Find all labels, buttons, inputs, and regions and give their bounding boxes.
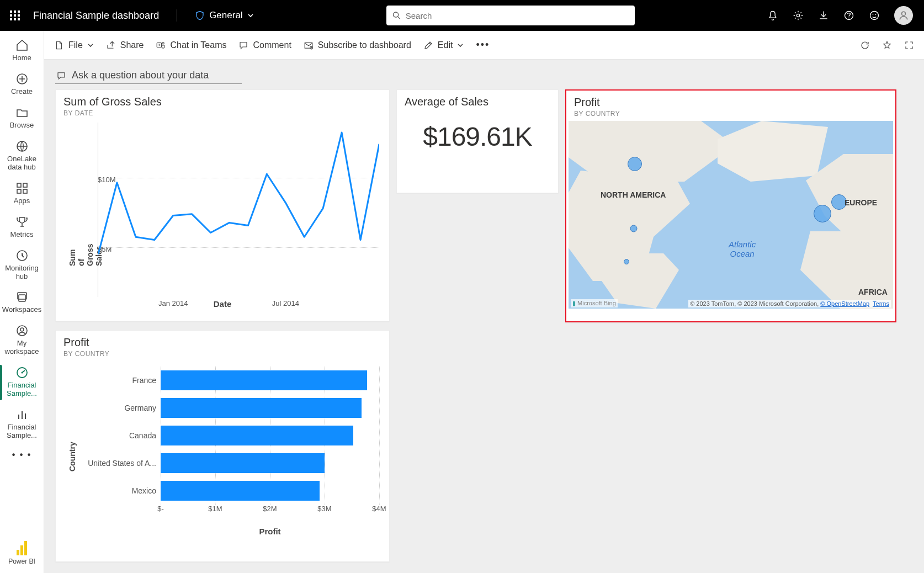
x-tick: $1M — [208, 505, 222, 513]
nav-footer-label: Power BI — [8, 558, 35, 565]
nav-monitoring[interactable]: Monitoring hub — [0, 245, 44, 286]
nav-label: Browse — [10, 121, 34, 130]
nav-financial-sample-2[interactable]: Financial Sample... — [0, 404, 44, 445]
nav-label: Financial Sample... — [2, 381, 41, 398]
x-tick: $3M — [317, 505, 331, 513]
tile-title: Sum of Gross Sales — [63, 96, 381, 108]
app-launcher-icon[interactable] — [10, 10, 20, 20]
comment-icon — [238, 40, 248, 50]
monitor-icon — [15, 249, 29, 262]
map-label-af: AFRICA — [858, 288, 888, 296]
map-bubble-mexico[interactable] — [624, 259, 629, 264]
refresh-icon[interactable] — [860, 40, 870, 50]
dashboard-title: Financial Sample dashboard — [33, 10, 159, 22]
chat-teams-button[interactable]: Chat in Teams — [156, 40, 226, 50]
nav-workspaces[interactable]: Workspaces — [0, 286, 44, 320]
nav-more[interactable]: • • • — [8, 445, 36, 464]
terms-link[interactable]: Terms — [873, 300, 889, 307]
nav-my-workspace[interactable]: My workspace — [0, 320, 44, 362]
bar[interactable] — [161, 453, 325, 473]
svg-rect-11 — [17, 183, 21, 187]
download-icon[interactable] — [818, 10, 829, 21]
tile-profit-bar[interactable]: Profit BY COUNTRY Country FranceGermanyC… — [55, 330, 390, 562]
search-box[interactable] — [386, 6, 635, 25]
map-label-eu: EUROPE — [845, 198, 877, 207]
nav-apps[interactable]: Apps — [0, 177, 44, 211]
nav-metrics[interactable]: Metrics — [0, 211, 44, 245]
qna-placeholder: Ask a question about your data — [72, 70, 209, 81]
bar[interactable] — [161, 398, 362, 418]
x-axis-label: Profit — [161, 516, 379, 536]
chevron-down-icon — [457, 42, 464, 49]
map-bubble-germany[interactable] — [814, 205, 831, 222]
comment-icon — [56, 71, 66, 81]
header-search — [386, 6, 635, 25]
svg-rect-17 — [19, 295, 25, 301]
help-icon[interactable] — [843, 10, 854, 21]
edit-menu[interactable]: Edit — [423, 40, 464, 50]
bar-chart: FranceGermanyCanadaUnited States of A...… — [72, 367, 379, 536]
bar-row: France — [72, 367, 379, 394]
mail-icon — [304, 40, 314, 50]
share-button[interactable]: Share — [106, 40, 144, 50]
workspaces-icon — [15, 290, 29, 304]
qna-input[interactable]: Ask a question about your data — [55, 68, 242, 84]
tile-profit-map[interactable]: Profit BY COUNTRY — [565, 89, 896, 322]
comment-button[interactable]: Comment — [238, 40, 291, 50]
svg-point-23 — [162, 42, 164, 44]
qna-row: Ask a question about your data — [55, 60, 917, 89]
settings-icon[interactable] — [793, 10, 804, 21]
svg-rect-14 — [23, 189, 27, 193]
tb-label: Subscribe to dashboard — [318, 40, 411, 50]
bar[interactable] — [161, 370, 367, 390]
feedback-icon[interactable] — [869, 10, 880, 21]
svg-point-19 — [20, 328, 24, 331]
line-chart: Jan 2014 Jul 2014 — [98, 123, 379, 297]
kpi-value: $169.61K — [397, 112, 558, 152]
gauge-icon — [15, 366, 29, 379]
map-bubble-canada[interactable] — [628, 157, 642, 171]
dashboard-canvas: Ask a question about your data Sum of Gr… — [44, 60, 924, 573]
more-options[interactable]: ••• — [476, 39, 490, 51]
teams-icon — [156, 40, 166, 50]
map-visual[interactable]: NORTH AMERICA EUROPE AFRICA Atlantic Oce… — [569, 121, 893, 309]
tile-gross-sales[interactable]: Sum of Gross Sales BY DATE Sum of Gross … — [55, 89, 390, 321]
bar[interactable] — [161, 426, 353, 445]
x-tick: $4M — [372, 505, 386, 513]
map-bubble-usa[interactable] — [630, 225, 638, 232]
folder-icon — [15, 106, 29, 119]
powerbi-logo-icon — [17, 541, 28, 555]
bar[interactable] — [161, 481, 320, 501]
tile-subtitle: BY COUNTRY — [63, 350, 381, 358]
osm-link[interactable]: © OpenStreetMap — [820, 300, 869, 307]
svg-point-8 — [902, 12, 906, 15]
nav-onelake[interactable]: OneLake data hub — [0, 135, 44, 177]
tile-subtitle: BY DATE — [63, 109, 381, 117]
tile-title: Profit — [574, 96, 888, 109]
nav-browse[interactable]: Browse — [0, 102, 44, 135]
header-left: Financial Sample dashboard General — [0, 9, 254, 22]
svg-line-1 — [397, 17, 400, 19]
bar-row: Mexico — [72, 477, 379, 505]
subscribe-button[interactable]: Subscribe to dashboard — [304, 40, 411, 50]
ocean-label: Ocean — [730, 249, 755, 258]
trophy-icon — [15, 215, 29, 229]
bar-category-label: Mexico — [72, 486, 161, 495]
svg-point-2 — [796, 14, 799, 17]
x-tick: $- — [157, 505, 164, 513]
sensitivity-label[interactable]: General — [195, 10, 253, 21]
nav-create[interactable]: Create — [0, 68, 44, 102]
nav-footer[interactable]: Power BI — [0, 541, 44, 573]
tile-avg-sales[interactable]: Average of Sales $169.61K — [396, 89, 559, 193]
svg-point-7 — [875, 14, 877, 15]
svg-point-5 — [870, 12, 879, 20]
nav-home[interactable]: Home — [0, 34, 44, 68]
account-avatar[interactable] — [894, 6, 913, 25]
notifications-icon[interactable] — [767, 10, 778, 21]
nav-financial-sample-1[interactable]: Financial Sample... — [0, 362, 44, 404]
search-input[interactable] — [406, 11, 629, 20]
favorite-icon[interactable] — [882, 40, 892, 50]
fullscreen-icon[interactable] — [904, 40, 914, 50]
onelake-icon — [15, 140, 29, 153]
file-menu[interactable]: File — [54, 40, 94, 50]
